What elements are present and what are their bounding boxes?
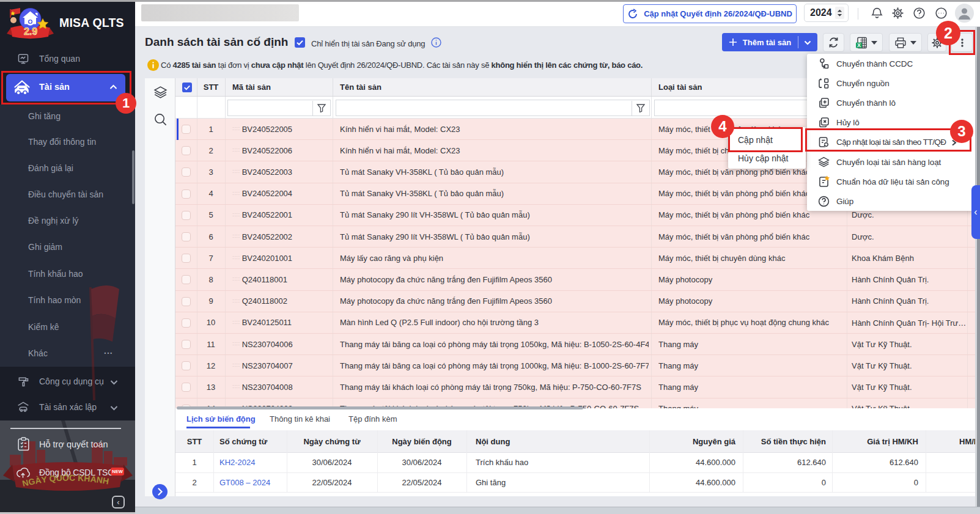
svg-text:X: X bbox=[857, 42, 861, 48]
